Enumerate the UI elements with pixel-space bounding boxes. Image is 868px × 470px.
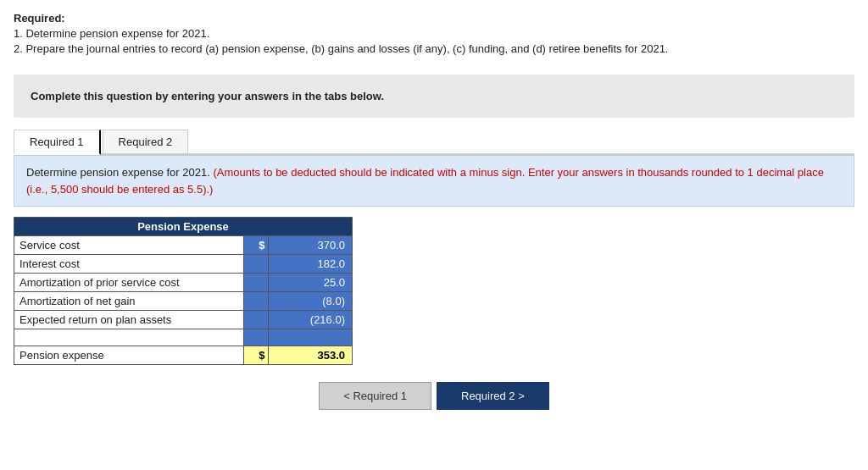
row-value-expected-return[interactable]: (216.0) <box>269 311 353 329</box>
table-row: Amortization of prior service cost 25.0 <box>14 274 353 292</box>
row-value-interest-cost[interactable]: 182.0 <box>269 255 353 274</box>
required1-button[interactable]: < Required 1 <box>319 382 431 410</box>
tab-required2[interactable]: Required 2 <box>103 130 189 153</box>
instructions-section: Required: 1. Determine pension expense f… <box>0 0 868 66</box>
row-label-amort-gain: Amortization of net gain <box>14 292 244 311</box>
row-dollar-interest-cost <box>243 255 269 274</box>
tab-required1[interactable]: Required 1 <box>14 130 101 155</box>
row-label-amort-prior: Amortization of prior service cost <box>14 274 244 292</box>
complete-box-text: Complete this question by entering your … <box>31 90 837 102</box>
total-value[interactable]: 353.0 <box>269 346 353 365</box>
row-dollar-amort-prior <box>243 274 269 292</box>
instruction-item2: 2. Prepare the journal entries to record… <box>14 42 854 55</box>
row-value-amort-gain[interactable]: (8.0) <box>269 292 353 311</box>
table-row-empty <box>14 329 353 346</box>
instruction-main-text: Determine pension expense for 2021. <box>26 166 210 179</box>
total-label: Pension expense <box>14 346 244 365</box>
tabs-container: Required 1 Required 2 <box>14 130 854 155</box>
table-header: Pension Expense <box>14 218 353 236</box>
table-row: Expected return on plan assets (216.0) <box>14 311 353 329</box>
row-value-amort-prior[interactable]: 25.0 <box>269 274 353 292</box>
row-dollar-service-cost: $ <box>243 236 269 255</box>
empty-value[interactable] <box>269 329 353 346</box>
total-dollar: $ <box>243 346 269 365</box>
required2-button[interactable]: Required 2 > <box>437 382 549 410</box>
pension-table-wrapper: Pension Expense Service cost $ 370.0 Int… <box>14 217 353 365</box>
complete-box: Complete this question by entering your … <box>14 75 854 118</box>
empty-dollar <box>243 329 269 346</box>
table-row-total: Pension expense $ 353.0 <box>14 346 353 365</box>
row-dollar-expected-return <box>243 311 269 329</box>
instruction-item1: 1. Determine pension expense for 2021. <box>14 27 854 40</box>
row-label-service-cost: Service cost <box>14 236 244 255</box>
row-label-expected-return: Expected return on plan assets <box>14 311 244 329</box>
empty-label <box>14 329 244 346</box>
required-bold-label: Required: <box>14 12 65 25</box>
pension-table: Pension Expense Service cost $ 370.0 Int… <box>14 217 353 365</box>
table-row: Service cost $ 370.0 <box>14 236 353 255</box>
table-row: Amortization of net gain (8.0) <box>14 292 353 311</box>
instruction-box: Determine pension expense for 2021. (Amo… <box>14 155 854 207</box>
bottom-buttons: < Required 1 Required 2 > <box>0 382 868 410</box>
row-label-interest-cost: Interest cost <box>14 255 244 274</box>
row-value-service-cost[interactable]: 370.0 <box>269 236 353 255</box>
row-dollar-amort-gain <box>243 292 269 311</box>
table-row: Interest cost 182.0 <box>14 255 353 274</box>
